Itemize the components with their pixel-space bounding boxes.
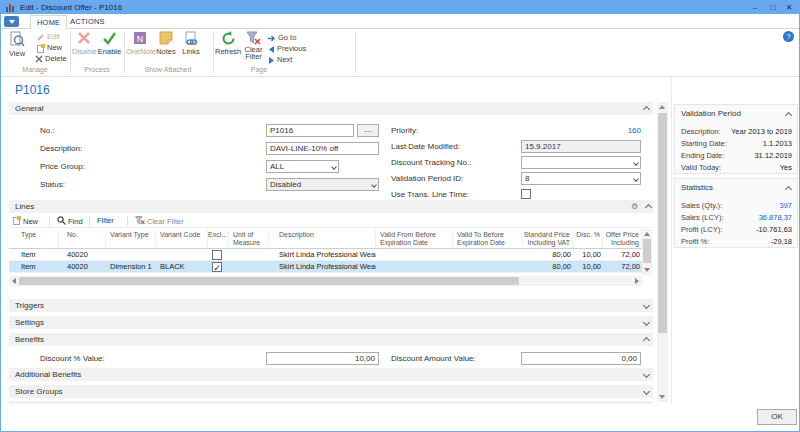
new-button[interactable]: New bbox=[37, 43, 62, 53]
table-row-selected[interactable]: Item 40020 Dimension 1 BLACK Skirt Linda… bbox=[9, 261, 642, 273]
scroll-up-icon[interactable] bbox=[659, 105, 665, 109]
price-group-dropdown[interactable]: ALL bbox=[266, 160, 339, 173]
ok-button[interactable]: OK bbox=[757, 409, 797, 425]
section-benefits[interactable]: Benefits bbox=[9, 333, 653, 346]
new-line-button[interactable]: New bbox=[13, 216, 38, 226]
column-header[interactable]: Description bbox=[269, 229, 376, 248]
trans-line-time-label: Use Trans. Line Time: bbox=[391, 190, 469, 199]
minimize-button[interactable]: – bbox=[747, 2, 763, 13]
view-button[interactable]: View bbox=[4, 31, 30, 58]
scrollbar-thumb[interactable] bbox=[19, 277, 519, 285]
column-header[interactable]: Offer Price Including VAT bbox=[603, 229, 642, 248]
excl-checkbox[interactable] bbox=[212, 262, 222, 272]
column-header[interactable]: Valid To Before Expiration Date bbox=[453, 229, 523, 248]
notes-icon bbox=[154, 31, 178, 46]
column-header[interactable]: Variant Type bbox=[106, 229, 156, 248]
chevron-down-icon bbox=[633, 176, 639, 182]
previous-button[interactable]: Previous bbox=[268, 44, 306, 53]
maximize-button[interactable]: □ bbox=[765, 2, 781, 13]
gear-icon[interactable]: ⚙ bbox=[631, 202, 638, 211]
column-header[interactable]: Excl... bbox=[208, 229, 229, 248]
previous-arrow-icon bbox=[268, 46, 275, 53]
enable-button[interactable]: Enable bbox=[97, 31, 122, 56]
tab-home[interactable]: HOME bbox=[30, 15, 67, 29]
scroll-down-icon[interactable] bbox=[644, 268, 650, 272]
scroll-up-icon[interactable] bbox=[644, 232, 650, 236]
grid-horizontal-scrollbar[interactable] bbox=[9, 276, 642, 286]
column-header[interactable]: Variant Code bbox=[156, 229, 208, 248]
fact-value: 31.12.2019 bbox=[754, 151, 792, 160]
ribbon-tab-row: HOME ACTIONS bbox=[1, 14, 799, 29]
column-header[interactable]: Type bbox=[9, 229, 59, 248]
scroll-left-icon[interactable] bbox=[12, 278, 16, 284]
disable-button[interactable]: Disable bbox=[72, 31, 96, 56]
column-header[interactable]: Disc. % bbox=[573, 229, 603, 248]
view-icon bbox=[4, 31, 30, 48]
delete-button[interactable]: Delete bbox=[35, 54, 67, 63]
tab-actions[interactable]: ACTIONS bbox=[64, 15, 111, 29]
fact-value-link[interactable]: 397 bbox=[779, 201, 792, 210]
new-page-icon bbox=[37, 44, 45, 53]
fact-value-link[interactable]: 36.878,37 bbox=[759, 213, 792, 222]
trans-line-time-checkbox[interactable] bbox=[521, 189, 531, 199]
scrollbar-thumb[interactable] bbox=[643, 239, 651, 263]
tracking-dropdown[interactable] bbox=[521, 156, 641, 169]
status-dropdown[interactable]: Disabled bbox=[266, 178, 379, 191]
column-header[interactable]: Standard Price Including VAT bbox=[523, 229, 573, 248]
find-button[interactable]: Find bbox=[57, 216, 83, 226]
help-icon[interactable]: ? bbox=[783, 31, 794, 42]
factbox-title[interactable]: Validation Period bbox=[681, 109, 741, 118]
discount-pct-field[interactable]: 10,00 bbox=[266, 352, 379, 365]
section-triggers[interactable]: Triggers bbox=[9, 299, 653, 312]
grid-vertical-scrollbar[interactable] bbox=[642, 229, 652, 275]
next-button[interactable]: Next bbox=[268, 55, 292, 64]
section-general[interactable]: General bbox=[9, 102, 653, 115]
section-store-groups[interactable]: Store Groups bbox=[9, 385, 653, 398]
price-group-label: Price Group: bbox=[40, 162, 85, 171]
priority-value[interactable]: 160 bbox=[521, 126, 641, 135]
validation-period-dropdown[interactable]: 8 bbox=[521, 172, 641, 185]
main-vertical-scrollbar[interactable] bbox=[657, 102, 668, 402]
column-header[interactable]: Valid From Before Expiration Date bbox=[376, 229, 453, 248]
factbox-statistics: Statistics Sales (Qty.): 397 Sales (LCY)… bbox=[674, 178, 798, 248]
links-button[interactable]: Links bbox=[179, 31, 203, 56]
column-header[interactable]: Unit of Measure bbox=[229, 229, 269, 248]
section-additional-benefits[interactable]: Additional Benefits bbox=[9, 368, 653, 381]
titlebar: Edit - Discount Offer - P1016 – □ ✕ bbox=[1, 1, 799, 14]
clear-filter-lines-button[interactable]: Clear Filter bbox=[135, 216, 184, 226]
discount-amt-field[interactable]: 0,00 bbox=[521, 352, 641, 365]
excl-checkbox[interactable] bbox=[212, 250, 222, 260]
no-label: No.: bbox=[40, 126, 55, 135]
factbox-title[interactable]: Statistics bbox=[681, 183, 713, 192]
close-button[interactable]: ✕ bbox=[781, 2, 797, 13]
clear-filter-button[interactable]: Clear Filter bbox=[242, 31, 265, 60]
links-icon bbox=[179, 31, 203, 46]
scroll-right-icon[interactable] bbox=[635, 278, 639, 284]
collapse-validation-period-icon[interactable] bbox=[785, 112, 792, 119]
scroll-down-icon[interactable] bbox=[659, 395, 665, 399]
table-row[interactable]: Item 40020 Skirt Linda Professional Wear… bbox=[9, 249, 642, 261]
no-field[interactable]: P1016 bbox=[266, 124, 354, 137]
refresh-button[interactable]: Refresh bbox=[215, 31, 241, 56]
ribbon-separator bbox=[124, 31, 125, 73]
page-title: P1016 bbox=[15, 83, 50, 97]
description-field[interactable]: DAVI-LINE-10% off bbox=[266, 142, 379, 155]
goto-button[interactable]: Go to bbox=[268, 33, 296, 42]
fact-value: Yes bbox=[780, 163, 792, 172]
lines-grid-header: Type No. Variant Type Variant Code Excl.… bbox=[9, 229, 642, 249]
column-header[interactable]: No. bbox=[59, 229, 106, 248]
fact-label: Sales (Qty.): bbox=[681, 201, 722, 210]
validation-period-label: Validation Period ID: bbox=[391, 174, 463, 183]
onenote-button[interactable]: N OneNote bbox=[126, 31, 154, 56]
notes-button[interactable]: Notes bbox=[154, 31, 178, 56]
delete-x-icon bbox=[35, 55, 43, 63]
filter-button[interactable]: Filter bbox=[97, 216, 114, 225]
edit-button[interactable]: Edit bbox=[37, 32, 60, 41]
fact-value: -29,18 bbox=[771, 237, 792, 246]
scrollbar-thumb[interactable] bbox=[658, 113, 667, 333]
section-lines[interactable]: Lines bbox=[9, 200, 653, 213]
section-settings[interactable]: Settings bbox=[9, 316, 653, 329]
application-menu-button[interactable] bbox=[4, 16, 19, 27]
collapse-statistics-icon[interactable] bbox=[785, 186, 792, 193]
assist-edit-button[interactable]: … bbox=[357, 124, 379, 137]
